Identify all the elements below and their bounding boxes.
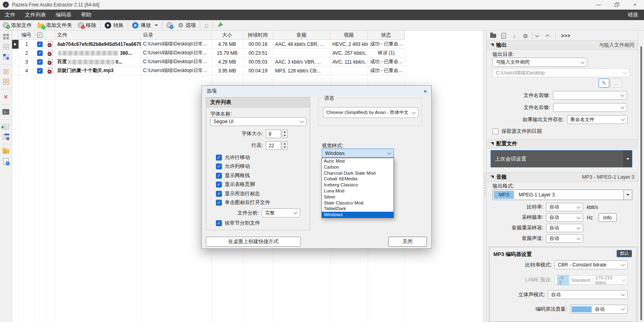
collapse-icon[interactable] — [536, 32, 538, 40]
empty-selection-grid-icon[interactable] — [3, 44, 9, 50]
scrollbar-thumb[interactable] — [640, 46, 642, 320]
row-checkbox-cell[interactable]: ✓ — [35, 58, 45, 66]
clear-selection-grid-icon[interactable] — [3, 34, 9, 39]
document-icon[interactable] — [501, 32, 506, 40]
table-row[interactable]: 3 ✓ 百度0... C:\Users\喵喵\Desktop\日常... 4.2… — [12, 58, 405, 66]
visual-style-option-selected[interactable]: Windows — [322, 212, 393, 218]
format-dropdown-button[interactable] — [623, 190, 632, 200]
channels-select[interactable]: 自动 — [546, 234, 583, 243]
column-header-size[interactable]: 大小 — [211, 31, 243, 40]
media-info-button[interactable]: i — [164, 20, 175, 31]
profile-select[interactable]: 上次会话设置 — [491, 150, 632, 167]
audio-section-header[interactable]: 音频 MP3 - MPEG-1 Layer 3 — [487, 172, 638, 182]
panel-splitter[interactable] — [483, 31, 486, 322]
remove-button[interactable]: − 移除 — [75, 20, 99, 31]
close-button[interactable]: × — [626, 0, 644, 10]
row-file-icon-cell[interactable] — [45, 58, 55, 66]
quality-select[interactable]: 自动 — [570, 305, 627, 314]
gear-icon[interactable]: ⚙ — [523, 32, 528, 40]
row-checkbox[interactable]: ✓ — [37, 41, 43, 47]
open-on-icon-click-checkbox[interactable]: ✓单击图标后打开文件 — [216, 199, 270, 206]
profile-dropdown-button[interactable] — [623, 151, 632, 167]
open-source-folder-icon[interactable]: ⌂ — [2, 149, 9, 154]
suffix-input[interactable] — [553, 103, 627, 112]
menu-file-list[interactable]: 文件列表 — [20, 10, 51, 20]
keep-date-checkbox-row[interactable]: ✓ 保留源文件的日期 — [493, 128, 542, 135]
sample-rate-select[interactable]: 自动 — [546, 213, 583, 222]
allow-col-move-checkbox[interactable]: ✓允许列移动 — [216, 163, 250, 170]
column-header-icon[interactable] — [45, 31, 55, 40]
bitrate-mode-select[interactable]: CBR - Constant bitrate — [555, 260, 627, 269]
more-panels-icon[interactable]: >>> — [561, 32, 571, 40]
stereo-mode-select[interactable]: 自动 — [548, 290, 627, 299]
allow-row-move-checkbox[interactable]: ✓允许行移动 — [216, 154, 250, 161]
row-file-icon-cell[interactable] — [45, 66, 55, 75]
visual-style-select[interactable]: Windows — [322, 149, 394, 158]
edit-path-button[interactable]: ✎ — [598, 78, 609, 88]
visual-style-option[interactable]: Luna Mod — [322, 188, 393, 194]
column-header-duration[interactable]: 持续时间 — [243, 31, 273, 40]
column-header-num[interactable]: 编号 — [19, 31, 35, 40]
prefix-input[interactable] — [553, 91, 627, 100]
show-gridlines-checkbox[interactable]: ✓显示网格线 — [216, 172, 250, 179]
invert-selection-grid-icon[interactable] — [3, 54, 9, 60]
visual-style-option[interactable]: Silver — [322, 194, 393, 200]
visual-style-option[interactable]: Charcoal Dark Slate Mod — [322, 170, 393, 176]
export-list-icon[interactable] — [3, 124, 9, 130]
file-analysis-select[interactable]: 完整 — [262, 208, 300, 217]
output-section-header[interactable]: 输出 与输入文件相同 — [487, 40, 638, 50]
row-checkbox-cell[interactable]: ✓ — [35, 66, 45, 75]
column-header-check[interactable]: ✓ — [35, 31, 45, 40]
show-footer-checkbox[interactable]: ✓显示表格页脚 — [216, 181, 255, 188]
row-file-icon-cell[interactable] — [45, 49, 55, 58]
save-list-icon[interactable] — [3, 134, 9, 140]
orange-tiles-small-icon[interactable] — [4, 69, 8, 74]
row-file-icon-cell[interactable] — [45, 40, 55, 49]
row-checkbox-cell[interactable]: ✓ — [35, 40, 45, 49]
row-checkbox[interactable]: ✓ — [37, 50, 43, 56]
file-properties-icon[interactable]: i — [3, 158, 8, 165]
home-button[interactable]: ⌂ — [201, 20, 211, 31]
column-header-file[interactable]: 文件 — [55, 31, 141, 40]
visual-style-option[interactable]: Carbon — [322, 164, 393, 170]
select-all-checkbox[interactable]: ✓ — [37, 33, 42, 38]
play-button[interactable]: 播放 — [129, 20, 161, 31]
row-height-input[interactable]: 22 — [266, 141, 281, 150]
options-button[interactable]: ⚙ 选项 — [175, 20, 199, 31]
output-format-select[interactable]: MP3 MPEG-1 Layer 3 — [493, 190, 632, 200]
menu-links[interactable]: 链接 — [622, 10, 644, 20]
resampler-select[interactable]: 自动 — [546, 224, 583, 232]
visual-style-option[interactable]: Iceberg Classico — [322, 182, 393, 188]
minimize-button[interactable]: — — [590, 0, 608, 10]
visual-style-option[interactable]: Auric Mod — [322, 158, 393, 164]
expand-icon[interactable] — [546, 32, 549, 40]
dialog-close-icon[interactable]: × — [419, 86, 431, 96]
info-button[interactable]: Info — [598, 213, 617, 222]
table-row[interactable]: 2 ✓ 360... C:\Users\喵喵\Desktop\日常... 15.… — [12, 49, 405, 58]
menu-file[interactable]: 文件 — [0, 10, 20, 20]
create-shortcut-button[interactable]: 在桌面上创建快捷方式 — [206, 237, 301, 247]
remove-all-icon[interactable]: ✕ — [3, 94, 8, 100]
play-dropdown-caret[interactable] — [155, 25, 158, 26]
table-row[interactable]: 1 ✓ 4ab704c67efcf62b8e945d5417ea6679.mp4… — [12, 40, 405, 49]
visual-style-option[interactable]: Slate Classico Mod — [322, 200, 393, 206]
dialog-close-button[interactable]: 关闭 — [388, 237, 427, 247]
default-button[interactable]: 默认 — [617, 250, 632, 257]
orange-tiles-icon[interactable] — [3, 79, 9, 85]
pin-button[interactable] — [214, 20, 225, 31]
row-checkbox[interactable]: ✓ — [37, 68, 43, 74]
font-size-stepper[interactable] — [282, 130, 288, 138]
keep-date-checkbox[interactable]: ✓ — [493, 128, 499, 134]
bitrate-select[interactable]: 自动 — [546, 203, 583, 211]
output-dir-mode-select[interactable]: 与输入文件相同 — [493, 58, 587, 67]
exists-select[interactable]: 重命名文件 — [567, 115, 627, 124]
font-size-input[interactable]: 8 — [266, 130, 281, 138]
profile-section-header[interactable]: 配置文件 — [487, 139, 638, 149]
visual-style-option[interactable]: Cobalt XEMedia — [322, 176, 393, 182]
sidebar-scrollbar[interactable] — [638, 31, 644, 322]
row-height-stepper[interactable] — [282, 141, 288, 150]
restore-button[interactable] — [608, 0, 626, 10]
show-row-marker-checkbox[interactable]: ✓显示所选行标志 — [216, 190, 260, 197]
font-name-select[interactable]: Segoe UI — [210, 117, 306, 126]
add-folder-button[interactable]: + 添加文件夹 — [35, 20, 75, 31]
